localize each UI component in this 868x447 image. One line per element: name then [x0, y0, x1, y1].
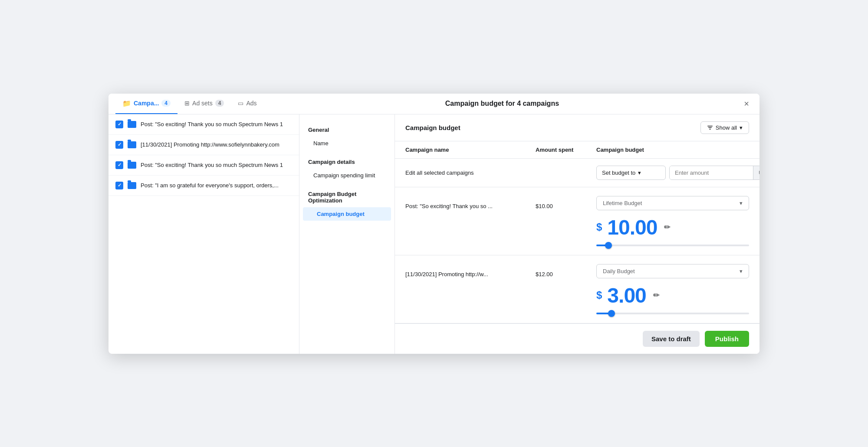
campaign-name: Post: "So exciting! Thank you so much Sp…: [141, 121, 283, 127]
campaign-2-amount-spent: $12.00: [536, 264, 596, 277]
nav-section-budget-optimization: Campaign Budget Optimization: [299, 187, 395, 207]
check-icon: [115, 141, 123, 149]
campaign-1-amount-spent: $10.00: [536, 196, 596, 209]
folder-icon: [128, 141, 136, 148]
publish-button[interactable]: Publish: [705, 331, 749, 347]
currency-label: USD: [753, 166, 760, 179]
budget-slider-1[interactable]: [596, 245, 749, 246]
budget-type-label-2: Daily Budget: [603, 268, 635, 274]
budget-slider-2[interactable]: [596, 313, 749, 314]
close-button[interactable]: ×: [740, 97, 753, 111]
campaign-row-2-inner: [11/30/2021] Promoting http://w... $12.0…: [405, 264, 749, 314]
campaign-row-1-inner: Post: "So exciting! Thank you so ... $10…: [405, 196, 749, 246]
budget-panel: Campaign budget Show all ▾ Campaign name…: [395, 114, 760, 354]
nav-item-spending-limit[interactable]: Campaign spending limit: [299, 169, 395, 182]
amount-input-wrapper: USD: [669, 166, 760, 180]
modal-footer: Save to draft Publish: [395, 323, 760, 354]
campaign-name: Post: "I am so grateful for everyone's s…: [141, 182, 279, 189]
campaign-name: [11/30/2021] Promoting http://www.sofiel…: [141, 141, 279, 148]
campaign-1-name: Post: "So exciting! Thank you so ...: [405, 196, 536, 209]
check-icon: [115, 182, 123, 189]
svg-rect-0: [707, 126, 713, 127]
nav-section-general: General: [299, 123, 395, 137]
budget-panel-title: Campaign budget: [405, 124, 460, 131]
tab-campaigns[interactable]: 📁 Campa... 4: [115, 94, 178, 114]
edit-budget-1-button[interactable]: ✏: [662, 221, 672, 234]
edit-budget-2-button[interactable]: ✏: [651, 289, 661, 302]
save-draft-button[interactable]: Save to draft: [643, 331, 700, 347]
edit-all-controls: Set budget to ▾ USD: [596, 166, 760, 180]
campaign-list-panel: Post: "So exciting! Thank you so much Sp…: [108, 114, 299, 354]
filter-icon: [707, 124, 713, 131]
main-body: Post: "So exciting! Thank you so much Sp…: [108, 114, 760, 354]
edit-all-label: Edit all selected campaigns: [405, 170, 536, 176]
campaign-name: Post: "So exciting! Thank you so much Sp…: [141, 162, 283, 168]
check-icon: [115, 161, 123, 169]
set-budget-dropdown[interactable]: Set budget to ▾: [596, 166, 666, 180]
campaign-2-name: [11/30/2021] Promoting http://w...: [405, 264, 536, 277]
check-icon: [115, 121, 123, 128]
nav-item-name[interactable]: Name: [299, 137, 395, 150]
dollar-sign-2: $: [596, 289, 602, 301]
slider-thumb-2[interactable]: [608, 310, 615, 317]
chevron-down-icon: ▾: [740, 124, 743, 131]
folder-icon: [128, 121, 136, 128]
show-all-label: Show all: [716, 124, 737, 131]
list-item[interactable]: Post: "I am so grateful for everyone's s…: [108, 176, 299, 196]
campaign-1-budget-value: 10.00: [607, 215, 657, 239]
modal-title: Campaign budget for 4 campaigns: [445, 100, 559, 108]
chevron-down-icon: ▾: [740, 268, 743, 274]
top-tab-bar: 📁 Campa... 4 ⊞ Ad sets 4 ▭ Ads Campaign …: [108, 94, 760, 114]
nav-section-campaign-details: Campaign details: [299, 155, 395, 169]
tab-campaigns-label: Campa...: [134, 100, 159, 107]
tab-adsets-label: Ad sets: [192, 100, 213, 107]
header-campaign-name: Campaign name: [405, 147, 536, 153]
svg-rect-1: [708, 127, 712, 128]
dollar-sign-1: $: [596, 221, 602, 233]
header-campaign-budget: Campaign budget: [596, 147, 749, 153]
folder-icon: [128, 162, 136, 169]
edit-all-row: Edit all selected campaigns Set budget t…: [395, 159, 760, 187]
campaign-1-amount-row: $ 10.00 ✏: [596, 215, 749, 239]
tab-ads[interactable]: ▭ Ads: [231, 94, 263, 114]
tab-campaigns-badge: 4: [161, 100, 171, 107]
set-budget-label: Set budget to: [602, 170, 635, 176]
budget-panel-header: Campaign budget Show all ▾: [395, 114, 760, 141]
tab-adsets[interactable]: ⊞ Ad sets 4: [178, 94, 231, 114]
list-item[interactable]: Post: "So exciting! Thank you so much Sp…: [108, 155, 299, 176]
nav-panel: General Name Campaign details Campaign s…: [299, 114, 395, 354]
budget-type-dropdown-1[interactable]: Lifetime Budget ▾: [596, 196, 749, 210]
budget-type-label-1: Lifetime Budget: [603, 200, 642, 206]
campaign-2-budget-value: 3.00: [607, 284, 646, 307]
amount-input[interactable]: [670, 166, 753, 179]
budget-table: Campaign name Amount spent Campaign budg…: [395, 141, 760, 323]
campaign-row-2: [11/30/2021] Promoting http://w... $12.0…: [395, 255, 760, 323]
tab-ads-label: Ads: [246, 100, 256, 107]
modal-container: 📁 Campa... 4 ⊞ Ad sets 4 ▭ Ads Campaign …: [108, 94, 760, 354]
header-amount-spent: Amount spent: [536, 147, 596, 153]
show-all-button[interactable]: Show all ▾: [700, 121, 749, 134]
chevron-down-icon: ▾: [740, 200, 743, 206]
table-header-row: Campaign name Amount spent Campaign budg…: [395, 141, 760, 159]
tab-adsets-badge: 4: [215, 100, 224, 107]
budget-type-dropdown-2[interactable]: Daily Budget ▾: [596, 264, 749, 278]
chevron-down-icon: ▾: [638, 170, 641, 176]
folder-icon: [128, 182, 136, 189]
list-item[interactable]: Post: "So exciting! Thank you so much Sp…: [108, 114, 299, 135]
list-item[interactable]: [11/30/2021] Promoting http://www.sofiel…: [108, 135, 299, 155]
nav-item-campaign-budget[interactable]: Campaign budget: [303, 207, 391, 221]
campaign-2-amount-row: $ 3.00 ✏: [596, 284, 749, 307]
slider-thumb-1[interactable]: [605, 242, 612, 249]
campaign-2-budget-cell: Daily Budget ▾ $ 3.00 ✏: [596, 264, 749, 314]
campaign-1-budget-cell: Lifetime Budget ▾ $ 10.00 ✏: [596, 196, 749, 246]
campaign-row-1: Post: "So exciting! Thank you so ... $10…: [395, 187, 760, 255]
svg-rect-2: [709, 129, 711, 130]
